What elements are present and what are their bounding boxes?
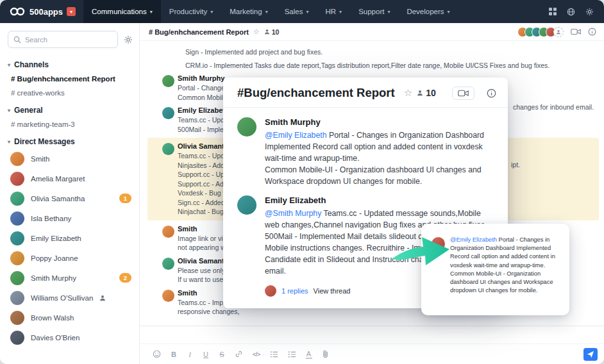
avatar xyxy=(162,107,174,119)
star-icon[interactable]: ☆ xyxy=(404,87,412,99)
gear-icon[interactable] xyxy=(585,8,594,16)
message-callout-card: @Emily Elizabeth Portal - Changes in Org… xyxy=(421,224,569,315)
dm-item-emily-elizabeth[interactable]: Emily Elizabeth xyxy=(0,228,139,248)
message-continuation[interactable]: CRM.io - Implemented Tasks due date repo… xyxy=(140,59,604,72)
video-call-icon[interactable] xyxy=(571,28,581,35)
sidebar-channel-bug-report[interactable]: # Bug/enhchancement Report xyxy=(0,72,139,86)
strikethrough-button[interactable]: S xyxy=(219,351,225,358)
avatar xyxy=(162,258,174,270)
person-icon xyxy=(264,29,270,35)
avatar xyxy=(162,226,174,238)
code-button[interactable]: </> xyxy=(253,351,260,358)
view-thread-link[interactable]: View thread xyxy=(314,287,351,295)
attachment-icon[interactable] xyxy=(322,350,330,358)
dm-item-davies-obrien[interactable]: Davies O'Brien xyxy=(0,327,139,347)
mention-link[interactable]: @Emily Elizabeth xyxy=(450,236,497,243)
send-button[interactable] xyxy=(583,348,598,361)
star-icon[interactable]: ☆ xyxy=(253,28,260,36)
member-count[interactable]: 10 xyxy=(264,28,280,36)
link-icon[interactable] xyxy=(235,350,243,358)
globe-icon[interactable] xyxy=(567,8,575,16)
top-navbar: 500apps ▾ Communications▾ Productivity▾ … xyxy=(0,0,604,23)
member-avatar-stack[interactable] xyxy=(517,27,564,37)
mention-link[interactable]: @Emily Elizabeth xyxy=(265,131,327,140)
avatar xyxy=(10,231,24,245)
sidebar: ▾ Channels # Bug/enhchancement Report # … xyxy=(0,23,140,364)
person-icon xyxy=(99,295,106,301)
ordered-list-icon[interactable] xyxy=(270,351,278,358)
avatar xyxy=(10,192,24,206)
message-fragment: changes for inbound email. xyxy=(513,103,594,111)
dm-section-header[interactable]: ▾ Direct Messages xyxy=(0,131,139,149)
sidebar-channel-marketing-team-3[interactable]: # marketing-team-3 xyxy=(0,117,139,131)
dm-item-smith-murphy[interactable]: Smith Murphy2 xyxy=(0,268,139,288)
info-icon[interactable] xyxy=(588,28,596,36)
chevron-down-icon: ▾ xyxy=(8,108,10,113)
dm-item-olivia-samantha[interactable]: Olivia Samantha1 xyxy=(0,188,139,208)
search-row xyxy=(0,23,139,54)
video-call-button[interactable] xyxy=(452,87,474,100)
nav-developers[interactable]: Developers▾ xyxy=(398,0,458,23)
dm-item-smith[interactable]: Smith xyxy=(0,149,139,169)
message-composer: B I U S </> A xyxy=(140,326,604,364)
dm-item-williams-osullivan[interactable]: Williams O'Sullivan xyxy=(0,288,139,308)
main-nav: Communications▾ Productivity▾ Marketing▾… xyxy=(83,0,458,23)
message-input[interactable] xyxy=(140,326,604,344)
nav-hr[interactable]: HR▾ xyxy=(317,0,350,23)
unread-badge: 1 xyxy=(119,194,131,203)
bullet-list-icon[interactable] xyxy=(288,351,296,358)
channels-section-header[interactable]: ▾ Channels xyxy=(0,54,139,72)
avatar xyxy=(265,285,276,297)
member-count[interactable]: 10 xyxy=(417,88,436,98)
chevron-down-icon: ▾ xyxy=(265,9,268,15)
avatar xyxy=(10,331,24,345)
bold-button[interactable]: B xyxy=(171,351,177,358)
search-box[interactable] xyxy=(8,31,118,48)
chevron-down-icon: ▾ xyxy=(339,9,342,15)
brand-menu[interactable]: 500apps ▾ xyxy=(0,0,83,23)
modal-message[interactable]: Smith Murphy @Emily Elizabeth Portal - C… xyxy=(237,117,494,187)
general-section-header[interactable]: ▾ General xyxy=(0,100,139,117)
sidebar-channel-creative-works[interactable]: # creative-works xyxy=(0,86,139,100)
apps-grid-icon[interactable] xyxy=(549,8,557,15)
replies-count-link[interactable]: 1 replies xyxy=(281,287,308,295)
message-text: @Emily Elizabeth Portal - Changes in Org… xyxy=(265,129,493,187)
nav-support[interactable]: Support▾ xyxy=(350,0,398,23)
infinity-logo-icon xyxy=(9,7,26,16)
chevron-down-icon: ▾ xyxy=(8,62,10,68)
brand-caret-icon[interactable]: ▾ xyxy=(67,7,76,16)
callout-text: @Emily Elizabeth Portal - Changes in Org… xyxy=(450,236,560,309)
dm-item-brown-walsh[interactable]: Brown Walsh xyxy=(0,308,139,327)
underline-button[interactable]: U xyxy=(203,351,209,358)
text-color-button[interactable]: A xyxy=(306,350,312,359)
avatar xyxy=(10,251,24,265)
channel-header-actions xyxy=(517,27,596,37)
avatar xyxy=(10,291,24,305)
chevron-down-icon: ▾ xyxy=(210,9,213,15)
avatar xyxy=(10,311,24,325)
nav-productivity[interactable]: Productivity▾ xyxy=(161,0,221,23)
mention-link[interactable]: @Smith Murphy xyxy=(265,209,321,218)
chevron-down-icon: ▾ xyxy=(387,9,390,15)
dm-item-poppy-joanne[interactable]: Poppy Joanne xyxy=(0,248,139,268)
message-continuation[interactable]: Sign - Implemented add project and bug f… xyxy=(140,46,604,59)
nav-marketing[interactable]: Marketing▾ xyxy=(221,0,276,23)
avatar xyxy=(162,75,174,87)
add-member-icon[interactable] xyxy=(553,27,564,37)
avatar xyxy=(237,117,256,136)
nav-communications[interactable]: Communications▾ xyxy=(83,0,161,23)
dm-item-amelia-margaret[interactable]: Amelia Margaret xyxy=(0,169,139,188)
info-icon[interactable] xyxy=(487,88,496,98)
avatar xyxy=(237,195,256,215)
sender-name: Emily Elizabeth xyxy=(265,195,493,206)
emoji-icon[interactable] xyxy=(153,350,161,358)
avatar xyxy=(10,172,24,186)
search-icon xyxy=(13,36,21,44)
sidebar-settings-gear-icon[interactable] xyxy=(124,35,133,44)
search-input[interactable] xyxy=(25,36,112,44)
topnav-actions xyxy=(549,8,604,16)
chevron-down-icon: ▾ xyxy=(8,139,10,145)
nav-sales[interactable]: Sales▾ xyxy=(276,0,317,23)
dm-item-isla-bethany[interactable]: Isla Bethany xyxy=(0,208,139,228)
italic-button[interactable]: I xyxy=(187,351,193,358)
